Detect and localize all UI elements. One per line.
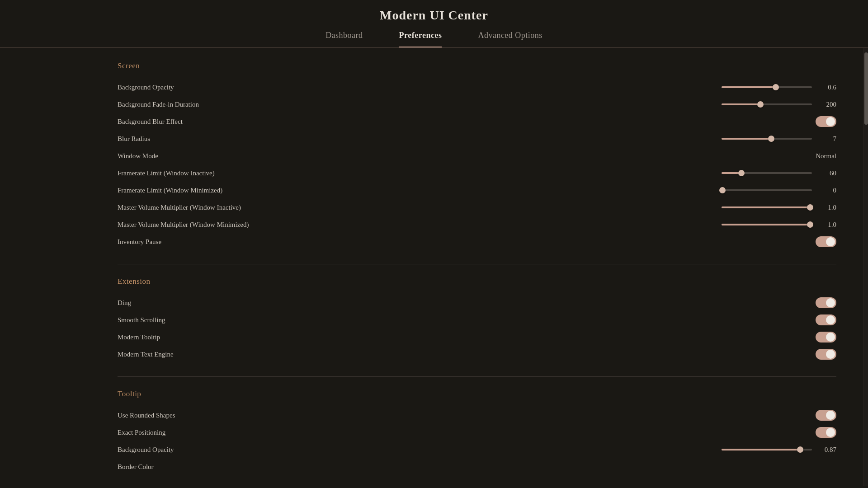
- setting-bg-blur-effect: Background Blur Effect: [118, 113, 836, 130]
- framerate-minimized-value: 0: [818, 187, 836, 194]
- setting-smooth-scrolling-label: Smooth Scrolling: [118, 316, 737, 324]
- bg-fade-slider[interactable]: [722, 103, 812, 106]
- setting-volume-inactive-label: Master Volume Multiplier (Window Inactiv…: [118, 204, 722, 211]
- section-tooltip-title: Tooltip: [118, 389, 836, 399]
- section-screen-title: Screen: [118, 61, 836, 70]
- section-extension: Extension Ding Smooth Scrolling: [118, 277, 836, 363]
- setting-volume-minimized-label: Master Volume Multiplier (Window Minimiz…: [118, 221, 722, 229]
- setting-bg-blur-effect-label: Background Blur Effect: [118, 118, 737, 126]
- setting-bg-opacity-label: Background Opacity: [118, 84, 722, 91]
- setting-inventory-pause-label: Inventory Pause: [118, 238, 737, 246]
- setting-smooth-scrolling: Smooth Scrolling: [118, 311, 836, 328]
- setting-bg-opacity: Background Opacity 0.6: [118, 79, 836, 96]
- divider-screen-extension: [118, 264, 836, 264]
- setting-bg-fade: Background Fade-in Duration 200: [118, 96, 836, 113]
- rounded-shapes-toggle[interactable]: [816, 410, 836, 421]
- bg-blur-effect-toggle[interactable]: [816, 116, 836, 127]
- volume-minimized-slider[interactable]: [722, 223, 812, 226]
- setting-framerate-minimized-label: Framerate Limit (Window Minimized): [118, 187, 722, 194]
- setting-tooltip-bg-opacity-label: Background Opacity: [118, 446, 722, 454]
- setting-inventory-pause: Inventory Pause: [118, 233, 836, 250]
- tab-bar: Dashboard Preferences Advanced Options: [0, 31, 868, 47]
- volume-minimized-value: 1.0: [818, 221, 836, 229]
- setting-exact-positioning-label: Exact Positioning: [118, 429, 737, 436]
- smooth-scrolling-toggle[interactable]: [816, 314, 836, 325]
- setting-framerate-inactive: Framerate Limit (Window Inactive) 60: [118, 164, 836, 182]
- right-scrollbar[interactable]: [863, 48, 868, 486]
- setting-blur-radius-label: Blur Radius: [118, 135, 722, 143]
- setting-rounded-shapes-label: Use Rounded Shapes: [118, 412, 737, 419]
- setting-bg-fade-label: Background Fade-in Duration: [118, 101, 722, 108]
- setting-border-color: Border Color: [118, 458, 836, 475]
- setting-tooltip-bg-opacity: Background Opacity 0.87: [118, 441, 836, 458]
- ding-toggle[interactable]: [816, 297, 836, 308]
- divider-extension-tooltip: [118, 376, 836, 377]
- setting-blur-radius: Blur Radius 7: [118, 130, 836, 147]
- section-extension-title: Extension: [118, 277, 836, 286]
- setting-volume-minimized: Master Volume Multiplier (Window Minimiz…: [118, 216, 836, 233]
- bg-fade-value: 200: [818, 101, 836, 108]
- setting-framerate-inactive-label: Framerate Limit (Window Inactive): [118, 169, 722, 177]
- volume-inactive-slider[interactable]: [722, 206, 812, 209]
- setting-exact-positioning: Exact Positioning: [118, 424, 836, 441]
- setting-framerate-minimized: Framerate Limit (Window Minimized) 0: [118, 182, 836, 199]
- setting-window-mode-label: Window Mode: [118, 152, 737, 160]
- setting-ding: Ding: [118, 294, 836, 311]
- tab-dashboard[interactable]: Dashboard: [326, 31, 363, 47]
- blur-radius-slider[interactable]: [722, 137, 812, 140]
- setting-ding-label: Ding: [118, 299, 737, 307]
- inventory-pause-toggle[interactable]: [816, 236, 836, 247]
- volume-inactive-value: 1.0: [818, 204, 836, 211]
- blur-radius-value: 7: [818, 135, 836, 143]
- tab-preferences[interactable]: Preferences: [399, 31, 442, 47]
- tab-advanced-options[interactable]: Advanced Options: [478, 31, 542, 47]
- bg-opacity-slider[interactable]: [722, 86, 812, 89]
- setting-rounded-shapes: Use Rounded Shapes: [118, 407, 836, 424]
- tooltip-bg-opacity-slider[interactable]: [722, 448, 812, 451]
- setting-modern-tooltip: Modern Tooltip: [118, 328, 836, 346]
- tooltip-bg-opacity-value: 0.87: [818, 446, 836, 454]
- framerate-inactive-value: 60: [818, 169, 836, 177]
- framerate-inactive-slider[interactable]: [722, 172, 812, 174]
- setting-modern-text-engine: Modern Text Engine: [118, 346, 836, 363]
- setting-border-color-label: Border Color: [118, 463, 737, 471]
- right-scrollbar-thumb[interactable]: [864, 52, 868, 125]
- app-title: Modern UI Center: [0, 8, 868, 23]
- modern-tooltip-toggle[interactable]: [816, 332, 836, 343]
- section-screen: Screen Background Opacity 0.6 Background…: [118, 61, 836, 250]
- framerate-minimized-slider[interactable]: [722, 189, 812, 192]
- content-area: Screen Background Opacity 0.6 Background…: [0, 48, 863, 486]
- setting-modern-text-engine-label: Modern Text Engine: [118, 351, 737, 358]
- setting-volume-inactive: Master Volume Multiplier (Window Inactiv…: [118, 199, 836, 216]
- exact-positioning-toggle[interactable]: [816, 427, 836, 438]
- modern-text-engine-toggle[interactable]: [816, 349, 836, 360]
- window-mode-value[interactable]: Normal: [816, 152, 836, 160]
- section-tooltip: Tooltip Use Rounded Shapes Exact Positio…: [118, 389, 836, 475]
- setting-window-mode: Window Mode Normal: [118, 147, 836, 164]
- setting-modern-tooltip-label: Modern Tooltip: [118, 333, 737, 341]
- bg-opacity-value: 0.6: [818, 84, 836, 91]
